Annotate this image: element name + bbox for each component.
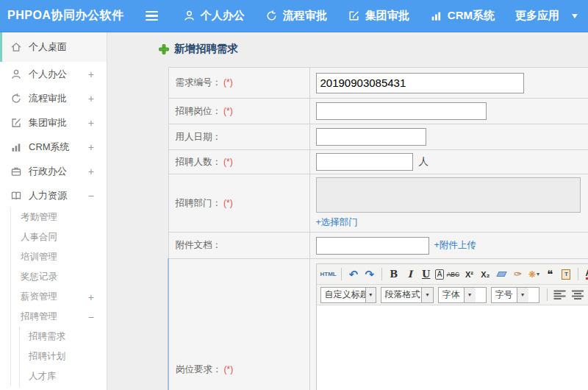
headcount-input[interactable] [316,153,413,171]
sidebar-item-personal-office[interactable]: 个人办公 + [0,62,107,86]
select-department-link[interactable]: +选择部门 [316,216,358,229]
sidebar-item-personal-desktop[interactable]: 个人桌面 [0,32,107,62]
sidebar-item-rewards[interactable]: 奖惩记录 [11,267,107,287]
sidebar-item-recruit-mgmt[interactable]: 招聘管理− [11,307,107,327]
demand-number-input[interactable] [316,73,524,93]
sidebar-item-human-resources[interactable]: 人力资源 − [0,183,107,208]
sidebar-item-label: 招聘需求 [29,330,65,343]
top-bar: PHPOA协同办公软件 个人办公 流程审批 集团审批 CRM系统 更多应用 [0,0,588,32]
sidebar-item-label: 行政办公 [29,165,67,178]
nav-label: 个人办公 [201,9,245,23]
sidebar-item-training[interactable]: 培训管理 [11,247,107,267]
department-textarea[interactable] [316,177,581,213]
position-input[interactable] [316,102,487,120]
expand-plus-icon[interactable]: + [88,117,94,129]
sidebar-item-label: 流程审批 [29,92,67,105]
form-row-demand-number: 需求编号：(*) [168,68,588,99]
page-title: 新增招聘需求 [159,42,588,56]
font-family-select[interactable]: 字体▾ [438,287,487,303]
sidebar-item-attendance[interactable]: 考勤管理 [11,208,107,227]
caret-down-icon [572,14,578,21]
caret-down-icon: ▾ [537,271,539,277]
sidebar-item-recruit-demand[interactable]: 招聘需求 [20,327,107,347]
home-icon [10,41,22,53]
align-center-icon[interactable] [570,289,586,301]
expand-plus-icon[interactable]: + [88,93,94,104]
sidebar-item-group-approval[interactable]: 集团审批 + [0,110,107,135]
sidebar-item-recruit-plan[interactable]: 招聘计划 [20,347,107,366]
sidebar-item-hr-contract[interactable]: 人事合同 [11,227,107,247]
nav-more-apps[interactable]: 更多应用 [505,0,588,32]
toolbar-separator [341,268,342,280]
undo-icon[interactable]: ↶ [346,267,361,282]
font-name-button[interactable]: A [435,269,445,280]
briefcase-icon [10,166,22,177]
expand-plus-icon[interactable]: + [88,291,94,303]
subscript-button[interactable]: X₂ [478,267,492,282]
main-content: 新增招聘需求 需求编号：(*) 招聘岗位：(*) 用人日期： 招聘人数：(*) [107,32,588,390]
rich-text-editor: HTML ↶ ↷ B I U A ABC X² [316,263,588,390]
sidebar-item-talent-pool[interactable]: 人才库 [20,366,107,386]
field-label: 附件文档： [176,240,222,250]
html-source-button[interactable]: HTML [320,267,337,282]
eraser-icon[interactable] [494,267,509,282]
toolbar-separator [547,288,548,301]
sidebar-item-workflow-approval[interactable]: 流程审批 + [0,86,107,110]
field-label: 招聘部门： [176,198,222,208]
editor-toolbar-row1: HTML ↶ ↷ B I U A ABC X² [317,264,588,285]
nav-workflow-approval[interactable]: 流程审批 [255,0,337,32]
redo-icon[interactable]: ↷ [362,267,377,282]
user-icon [183,10,196,22]
caret-down-icon: ▾ [365,288,376,302]
sidebar-item-label: 个人桌面 [29,40,67,54]
hire-date-input[interactable] [316,128,426,146]
editor-content-area[interactable] [317,305,588,390]
editor-toolbar-row2: 自定义标题▾ 段落格式▾ 字体▾ 字号▾ [317,285,588,305]
expand-plus-icon[interactable]: + [88,68,94,80]
collapse-minus-icon[interactable]: − [88,190,94,202]
required-mark: (*) [223,198,233,208]
collapse-minus-icon[interactable]: − [88,311,94,323]
sidebar: 个人桌面 个人办公 + 流程审批 + 集团审批 + CRM系统 + [0,32,107,390]
hamburger-menu-icon[interactable] [146,9,158,24]
italic-button[interactable]: I [403,267,417,282]
bold-button[interactable]: B [387,267,401,282]
nav-crm-system[interactable]: CRM系统 [420,0,505,32]
custom-title-select[interactable]: 自定义标题▾ [320,287,376,303]
caret-down-icon: ▾ [464,288,476,302]
sidebar-item-label: 招聘管理 [21,311,57,323]
sidebar-item-crm-system[interactable]: CRM系统 + [0,135,107,159]
form-row-headcount: 招聘人数：(*) 人 [168,150,588,174]
required-mark: (*) [223,106,233,116]
superscript-button[interactable]: X² [462,267,476,282]
expand-plus-icon[interactable]: + [88,141,94,153]
sidebar-item-salary[interactable]: 薪资管理+ [11,287,107,307]
required-mark: (*) [223,157,233,167]
paragraph-format-select[interactable]: 段落格式▾ [381,287,434,303]
attachment-upload-link[interactable]: +附件上传 [434,239,476,252]
strikethrough-button[interactable]: ABC [445,267,460,282]
field-label: 招聘人数： [176,157,222,167]
toolbar-separator [578,268,578,280]
book-icon [10,190,22,202]
attachment-input[interactable] [316,237,429,255]
form-row-hire-date: 用人日期： [168,124,588,150]
paste-as-text-icon[interactable]: T [559,267,573,282]
auto-format-icon[interactable]: ❋▾ [526,267,541,282]
font-color-button[interactable]: A▾ [583,267,588,282]
page-title-text: 新增招聘需求 [174,42,238,56]
sidebar-item-admin-office[interactable]: 行政办公 + [0,159,107,183]
font-size-select[interactable]: 字号▾ [491,287,539,303]
underline-button[interactable]: U [419,267,434,282]
expand-plus-icon[interactable]: + [88,166,94,177]
sidebar-item-label: 薪资管理 [21,291,57,303]
sidebar-group-recruit: 招聘需求 招聘计划 人才库 [19,327,107,386]
nav-personal-office[interactable]: 个人办公 [173,0,255,32]
nav-group-approval[interactable]: 集团审批 [337,0,420,32]
blockquote-icon[interactable]: ❝ [542,267,557,282]
align-left-icon[interactable] [552,289,568,301]
caret-down-icon: ▾ [421,288,432,302]
form-row-attachment: 附件文档： +附件上传 [168,233,588,259]
format-brush-icon[interactable]: ✑ [510,267,525,282]
app-logo: PHPOA协同办公软件 [0,8,126,24]
